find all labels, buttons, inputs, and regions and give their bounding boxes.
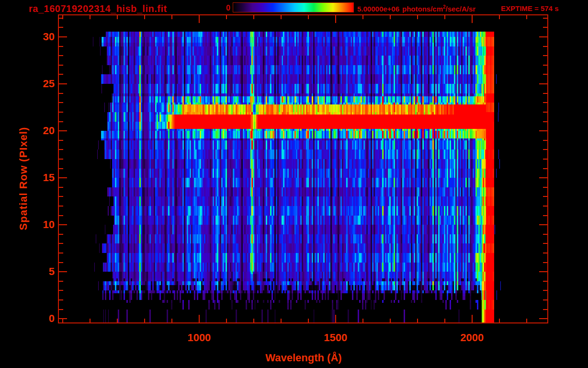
y-minor-tick [59, 196, 63, 197]
y-minor-tick [59, 206, 63, 207]
y-minor-tick [59, 187, 63, 188]
x-axis-label: Wavelength (Å) [232, 352, 375, 364]
y-tick-label: 30 [14, 30, 55, 44]
y-minor-tick [543, 262, 547, 263]
x-minor-tick [171, 319, 172, 322]
fits-filename-title: ra_160719202314_hisb_lin.fit [29, 3, 167, 14]
y-minor-tick [543, 281, 547, 282]
spectral-heatmap-canvas [59, 15, 547, 322]
y-minor-tick [543, 55, 547, 56]
y-minor-tick [59, 149, 63, 150]
y-minor-tick [59, 121, 63, 122]
y-minor-tick [543, 290, 547, 291]
x-minor-tick [362, 319, 363, 322]
y-major-tick [59, 224, 67, 225]
y-minor-tick [59, 243, 63, 244]
y-minor-tick [543, 18, 547, 19]
colorbar-units-base: photons/cm [402, 5, 443, 13]
colorbar-units-rest: /sec/A/sr [446, 5, 476, 13]
x-minor-tick [499, 319, 500, 322]
colorbar-max-label: 5.00000e+06photons/cm2/sec/A/sr [357, 4, 475, 13]
y-minor-tick [59, 215, 63, 216]
y-major-tick [539, 271, 547, 272]
x-minor-tick [281, 319, 282, 322]
x-minor-tick [117, 15, 118, 19]
y-tick-label: 15 [14, 171, 55, 184]
y-major-tick [539, 177, 547, 178]
y-minor-tick [59, 93, 63, 94]
x-major-tick [335, 315, 336, 322]
x-minor-tick [253, 15, 254, 19]
x-minor-tick [444, 15, 445, 19]
x-minor-tick [226, 319, 227, 322]
y-minor-tick [59, 253, 63, 253]
x-minor-tick [417, 15, 418, 19]
y-minor-tick [543, 149, 547, 150]
y-minor-tick [543, 27, 547, 28]
y-minor-tick [543, 206, 547, 207]
x-minor-tick [526, 319, 527, 322]
y-minor-tick [59, 74, 63, 75]
y-minor-tick [59, 18, 63, 19]
y-major-tick [539, 224, 547, 225]
x-minor-tick [499, 15, 500, 19]
y-minor-tick [59, 299, 63, 300]
y-minor-tick [59, 112, 63, 113]
y-major-tick [59, 36, 67, 37]
y-minor-tick [59, 159, 63, 160]
app-window: ra_160719202314_hisb_lin.fit 0 5.00000e+… [0, 0, 588, 368]
x-minor-tick [390, 319, 391, 322]
y-minor-tick [543, 65, 547, 66]
colorbar-max-value: 5.00000e+06 [357, 5, 399, 13]
y-minor-tick [59, 46, 63, 47]
x-minor-tick [308, 15, 309, 19]
y-minor-tick [543, 112, 547, 113]
plot-frame [58, 14, 548, 323]
y-minor-tick [543, 102, 547, 103]
x-minor-tick [144, 15, 145, 19]
x-major-tick [472, 15, 473, 23]
x-minor-tick [526, 15, 527, 19]
x-minor-tick [171, 15, 172, 19]
y-minor-tick [59, 55, 63, 56]
y-minor-tick [543, 253, 547, 253]
y-minor-tick [543, 74, 547, 75]
y-minor-tick [59, 290, 63, 291]
y-major-tick [539, 318, 547, 319]
x-major-tick [335, 15, 336, 23]
x-major-tick [199, 15, 200, 23]
x-minor-tick [308, 319, 309, 322]
y-minor-tick [543, 243, 547, 244]
y-minor-tick [59, 281, 63, 282]
x-minor-tick [390, 15, 391, 19]
x-minor-tick [444, 319, 445, 322]
x-minor-tick [90, 319, 90, 322]
y-minor-tick [59, 234, 63, 235]
y-minor-tick [59, 27, 63, 28]
y-major-tick [59, 130, 67, 131]
y-minor-tick [543, 196, 547, 197]
x-tick-label: 1000 [175, 332, 223, 344]
x-major-tick [199, 315, 200, 322]
x-minor-tick [281, 15, 282, 19]
y-tick-label: 0 [14, 312, 55, 325]
y-minor-tick [543, 46, 547, 47]
y-major-tick [539, 83, 547, 84]
x-minor-tick [117, 319, 118, 322]
y-minor-tick [543, 159, 547, 160]
x-minor-tick [417, 319, 418, 322]
y-tick-label: 20 [14, 124, 55, 138]
y-minor-tick [543, 187, 547, 188]
y-minor-tick [543, 140, 547, 141]
y-major-tick [59, 83, 67, 84]
y-minor-tick [59, 168, 63, 169]
x-major-tick [472, 315, 473, 322]
x-minor-tick [226, 15, 227, 19]
exptime-label: EXPTIME = 574 s [501, 4, 558, 12]
y-minor-tick [543, 121, 547, 122]
y-minor-tick [59, 262, 63, 263]
y-minor-tick [543, 299, 547, 300]
y-minor-tick [543, 168, 547, 169]
x-minor-tick [62, 319, 63, 322]
x-minor-tick [90, 15, 90, 19]
